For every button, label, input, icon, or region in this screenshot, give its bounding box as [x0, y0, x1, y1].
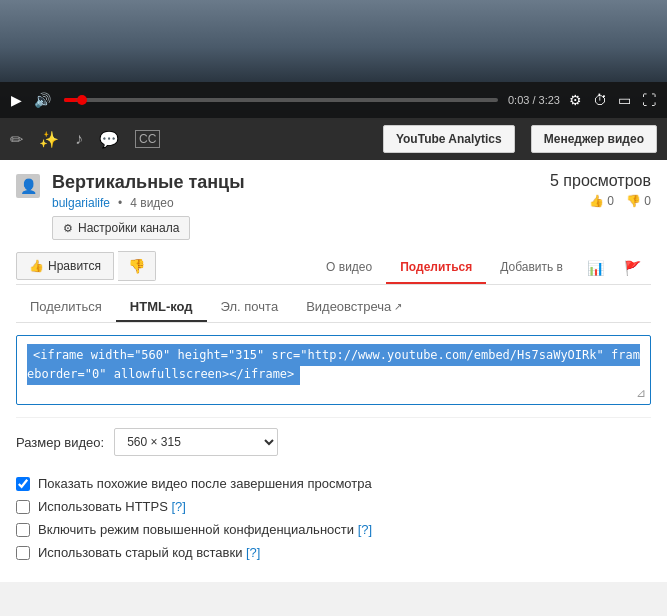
controls-right: ⚙ ⏱ ▭ ⛶ [566, 92, 659, 108]
play-button[interactable]: ▶ [8, 92, 25, 108]
volume-button[interactable]: 🔊 [31, 92, 54, 108]
likes-count: 👍 0 [589, 194, 614, 208]
progress-dot [77, 95, 87, 105]
share-tab-share[interactable]: Поделиться [16, 293, 116, 322]
size-label: Размер видео: [16, 435, 104, 450]
user-icon: 👤 [16, 174, 40, 198]
checkbox-related-videos[interactable] [16, 477, 30, 491]
time-display: 0:03 / 3:23 [508, 94, 560, 106]
https-help-link[interactable]: [?] [172, 499, 186, 514]
video-controls: ▶ 🔊 0:03 / 3:23 ⚙ ⏱ ▭ ⛶ [0, 82, 667, 118]
progress-bar[interactable] [64, 98, 498, 102]
options-section: Показать похожие видео после завершения … [16, 466, 651, 570]
option-https-label: Использовать HTTPS [?] [38, 499, 186, 514]
share-tab-videomeeting[interactable]: Видеовстреча ↗ [292, 293, 416, 322]
embed-code[interactable]: <iframe width="560" height="315" src="ht… [27, 344, 640, 385]
option-related-videos: Показать похожие видео после завершения … [16, 472, 651, 495]
channel-settings-label: Настройки канала [78, 221, 179, 235]
video-manager-button[interactable]: Менеджер видео [531, 125, 657, 153]
time-current: 0:03 [508, 94, 529, 106]
main-content: 👤 Вертикальные танцы bulgarialife • 4 ви… [0, 160, 667, 582]
option-privacy-label: Включить режим повышенной конфиденциальн… [38, 522, 372, 537]
share-tabs: Поделиться HTML-код Эл. почта Видеовстре… [16, 285, 651, 323]
option-old-embed-label: Использовать старый код вставки [?] [38, 545, 260, 560]
tab-about[interactable]: О видео [312, 252, 386, 284]
youtube-analytics-button[interactable]: YouTube Analytics [383, 125, 515, 153]
video-count: • [118, 196, 122, 210]
subtitles-toolbar-icon[interactable]: 💬 [99, 130, 119, 149]
video-count-label: 4 видео [130, 196, 173, 210]
size-select[interactable]: 560 × 315 640 × 360 853 × 480 1280 × 720… [114, 428, 278, 456]
stats-icon[interactable]: 📊 [577, 252, 614, 284]
fullscreen-icon[interactable]: ⛶ [639, 92, 659, 108]
size-section: Размер видео: 560 × 315 640 × 360 853 × … [16, 417, 651, 466]
subtitles-icon[interactable]: ⏱ [590, 92, 610, 108]
video-player: ▶ 🔊 0:03 / 3:23 ⚙ ⏱ ▭ ⛶ [0, 0, 667, 118]
theater-icon[interactable]: ▭ [615, 92, 634, 108]
resize-handle[interactable]: ⊿ [636, 386, 646, 400]
progress-fill [64, 98, 77, 102]
embed-section: <iframe width="560" height="315" src="ht… [16, 323, 651, 417]
checkbox-privacy[interactable] [16, 523, 30, 537]
video-toolbar: ✏ ✨ ♪ 💬 CC YouTube Analytics Менеджер ви… [0, 118, 667, 160]
share-tab-email[interactable]: Эл. почта [207, 293, 293, 322]
thumbsup-icon: 👍 [29, 259, 44, 273]
option-related-label: Показать похожие видео после завершения … [38, 476, 372, 491]
option-https: Использовать HTTPS [?] [16, 495, 651, 518]
tab-share[interactable]: Поделиться [386, 252, 486, 284]
like-button[interactable]: 👍 Нравится [16, 252, 114, 280]
videomeeting-label: Видеовстреча [306, 299, 391, 314]
checkbox-https[interactable] [16, 500, 30, 514]
action-bar: 👍 Нравится 👎 О видео Поделиться Добавить… [16, 248, 651, 285]
wand-icon[interactable]: ✨ [39, 130, 59, 149]
video-title: Вертикальные танцы [52, 172, 245, 193]
tab-add-to[interactable]: Добавить в [486, 252, 577, 284]
channel-meta: bulgarialife • 4 видео [52, 196, 245, 210]
music-icon[interactable]: ♪ [75, 130, 83, 148]
time-total: 3:23 [539, 94, 560, 106]
channel-name-link[interactable]: bulgarialife [52, 196, 110, 210]
settings-icon[interactable]: ⚙ [566, 92, 585, 108]
option-old-embed: Использовать старый код вставки [?] [16, 541, 651, 564]
flag-icon[interactable]: 🚩 [614, 252, 651, 284]
embed-code-box[interactable]: <iframe width="560" height="315" src="ht… [16, 335, 651, 405]
gear-icon: ⚙ [63, 222, 73, 235]
cc-icon[interactable]: CC [135, 130, 160, 148]
main-tabs: О видео Поделиться Добавить в 📊 🚩 [160, 248, 651, 284]
views-reactions: 👍 0 👎 0 [531, 194, 651, 208]
checkbox-old-embed[interactable] [16, 546, 30, 560]
channel-settings-button[interactable]: ⚙ Настройки канала [52, 216, 190, 240]
share-tab-html[interactable]: HTML-код [116, 293, 207, 322]
like-label: Нравится [48, 259, 101, 273]
external-link-icon: ↗ [394, 301, 402, 312]
thumbsdown-icon: 👎 [128, 258, 145, 274]
old-embed-help-link[interactable]: [?] [246, 545, 260, 560]
views-section: 5 просмотров 👍 0 👎 0 [531, 172, 651, 208]
edit-icon[interactable]: ✏ [10, 130, 23, 149]
views-count: 5 просмотров [531, 172, 651, 190]
dislikes-count: 👎 0 [626, 194, 651, 208]
dislike-button[interactable]: 👎 [118, 251, 156, 281]
option-privacy: Включить режим повышенной конфиденциальн… [16, 518, 651, 541]
privacy-help-link[interactable]: [?] [358, 522, 372, 537]
